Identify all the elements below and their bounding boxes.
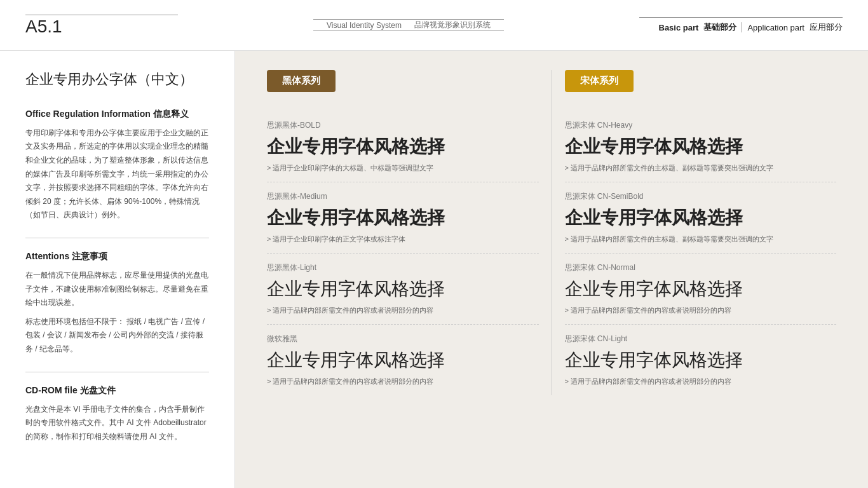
songti-heavy-name: 思源宋体 CN-Heavy xyxy=(565,120,837,131)
songti-light-name: 思源宋体 CN-Light xyxy=(565,334,837,344)
songti-light-usage: > 适用于品牌内部所需文件的内容或者说明部分的内容 xyxy=(565,376,837,387)
heiti-entry-bold: 思源黑体-BOLD 企业专用字体风格选择 > 适用于企业印刷字体的大标题、中标题… xyxy=(267,111,539,182)
heiti-entry-light: 思源黑体-Light 企业专用字体风格选择 > 适用于品牌内部所需文件的内容或者… xyxy=(267,254,539,325)
heiti-bold-demo: 企业专用字体风格选择 xyxy=(267,136,539,158)
songti-normal-name: 思源宋体 CN-Normal xyxy=(565,262,837,273)
heiti-light-usage: > 适用于品牌内部所需文件的内容或者说明部分的内容 xyxy=(267,305,539,316)
heiti-header-row: 黑体系列 xyxy=(267,70,539,105)
songti-entry-normal: 思源宋体 CN-Normal 企业专用字体风格选择 > 适用于品牌内部所需文件的… xyxy=(565,254,837,325)
nav-basic-cn[interactable]: 基础部分 xyxy=(703,22,736,33)
header-titles: Visual Identity System 品牌视觉形象识别系统 xyxy=(327,20,491,30)
songti-normal-usage: > 适用于品牌内部所需文件的内容或者说明部分的内容 xyxy=(565,305,837,316)
songti-entry-semibold: 思源宋体 CN-SemiBold 企业专用字体风格选择 > 适用于品牌内部所需文… xyxy=(565,182,837,254)
songti-normal-demo: 企业专用字体风格选择 xyxy=(565,278,837,300)
section-info-heading: Office Regulation Information 信息释义 xyxy=(25,109,209,120)
section-cd-body: 光盘文件是本 VI 手册电子文件的集合，内含手册制作时的专用软件格式文件。其中 … xyxy=(25,403,209,444)
heiti-weihei-name: 微软雅黑 xyxy=(267,334,539,344)
heiti-weihei-usage: > 适用于品牌内部所需文件的内容或者说明部分的内容 xyxy=(267,376,539,387)
nav-app-en[interactable]: Application part xyxy=(747,23,804,32)
heiti-bold-usage: > 适用于企业印刷字体的大标题、中标题等强调型文字 xyxy=(267,163,539,173)
sidebar-section-cdrom: CD-ROM file 光盘文件 光盘文件是本 VI 手册电子文件的集合，内含手… xyxy=(25,385,209,444)
songti-semibold-usage: > 适用于品牌内部所需文件的主标题、副标题等需要突出强调的文字 xyxy=(565,234,837,245)
sidebar: 企业专用办公字体（中文） Office Regulation Informati… xyxy=(0,51,235,488)
heiti-bold-name: 思源黑体-BOLD xyxy=(267,120,539,131)
heiti-weihei-demo: 企业专用字体风格选择 xyxy=(267,349,539,371)
nav-divider xyxy=(742,22,742,32)
content-area: 黑体系列 思源黑体-BOLD 企业专用字体风格选择 > 适用于企业印刷字体的大标… xyxy=(235,51,868,488)
songti-light-demo: 企业专用字体风格选择 xyxy=(565,349,837,371)
heiti-header: 黑体系列 xyxy=(267,70,336,92)
songti-header-row: 宋体系列 xyxy=(565,70,837,105)
heiti-entry-weihei: 微软雅黑 企业专用字体风格选择 > 适用于品牌内部所需文件的内容或者说明部分的内… xyxy=(267,325,539,395)
header-nav: Basic part 基础部分 Application part 应用部分 xyxy=(639,17,843,33)
songti-entry-light: 思源宋体 CN-Light 企业专用字体风格选择 > 适用于品牌内部所需文件的内… xyxy=(565,325,837,395)
section-att-body1: 在一般情况下使用品牌标志，应尽量使用提供的光盘电子文件，不建议使用标准制图绘制标… xyxy=(25,269,209,310)
songti-entry-heavy: 思源宋体 CN-Heavy 企业专用字体风格选择 > 适用于品牌内部所需文件的主… xyxy=(565,111,837,182)
header-center: Visual Identity System 品牌视觉形象识别系统 xyxy=(313,19,504,31)
main-layout: 企业专用办公字体（中文） Office Regulation Informati… xyxy=(0,51,868,488)
songti-entries: 思源宋体 CN-Heavy 企业专用字体风格选择 > 适用于品牌内部所需文件的主… xyxy=(565,111,837,395)
sidebar-divider-1 xyxy=(25,238,209,238)
sidebar-divider-2 xyxy=(25,372,209,372)
section-att-body2: 标志使用环境包括但不限于： 报纸 / 电视广告 / 宣传 / 包装 / 会议 /… xyxy=(25,315,209,356)
section-cd-heading: CD-ROM file 光盘文件 xyxy=(25,385,209,396)
nav-top-line xyxy=(639,17,843,18)
column-songti: 宋体系列 思源宋体 CN-Heavy 企业专用字体风格选择 > 适用于品牌内部所… xyxy=(552,70,850,395)
page-code: A5.1 xyxy=(25,18,178,36)
header-left: A5.1 xyxy=(25,15,178,36)
vi-system-en-label: Visual Identity System xyxy=(327,21,402,30)
header-top-rule xyxy=(25,15,178,15)
heiti-light-name: 思源黑体-Light xyxy=(267,262,539,273)
section-att-heading: Attentions 注意事项 xyxy=(25,251,209,262)
vi-system-cn-label: 品牌视觉形象识别系统 xyxy=(414,20,491,30)
section-info-body: 专用印刷字体和专用办公字体主要应用于企业文融的正文及实务用品，所选定的字体用以实… xyxy=(25,126,209,222)
font-columns: 黑体系列 思源黑体-BOLD 企业专用字体风格选择 > 适用于企业印刷字体的大标… xyxy=(254,70,849,395)
songti-semibold-demo: 企业专用字体风格选择 xyxy=(565,207,837,229)
header-center-bottom-line xyxy=(313,30,504,31)
heiti-light-demo: 企业专用字体风格选择 xyxy=(267,278,539,300)
heiti-medium-name: 思源黑体-Medium xyxy=(267,191,539,202)
column-heiti: 黑体系列 思源黑体-BOLD 企业专用字体风格选择 > 适用于企业印刷字体的大标… xyxy=(254,70,552,395)
heiti-entries: 思源黑体-BOLD 企业专用字体风格选择 > 适用于企业印刷字体的大标题、中标题… xyxy=(267,111,539,395)
nav-basic-en[interactable]: Basic part xyxy=(659,23,699,32)
songti-semibold-name: 思源宋体 CN-SemiBold xyxy=(565,191,837,202)
heiti-entry-medium: 思源黑体-Medium 企业专用字体风格选择 > 适用于企业印刷字体的正文字体或… xyxy=(267,182,539,254)
sidebar-title: 企业专用办公字体（中文） xyxy=(25,70,209,90)
heiti-medium-demo: 企业专用字体风格选择 xyxy=(267,207,539,229)
sidebar-section-attentions: Attentions 注意事项 在一般情况下使用品牌标志，应尽量使用提供的光盘电… xyxy=(25,251,209,356)
page-header: A5.1 Visual Identity System 品牌视觉形象识别系统 B… xyxy=(0,0,868,51)
songti-header: 宋体系列 xyxy=(565,70,634,92)
songti-heavy-usage: > 适用于品牌内部所需文件的主标题、副标题等需要突出强调的文字 xyxy=(565,163,837,173)
heiti-medium-usage: > 适用于企业印刷字体的正文字体或标注字体 xyxy=(267,234,539,245)
nav-app-cn[interactable]: 应用部分 xyxy=(810,22,843,33)
songti-heavy-demo: 企业专用字体风格选择 xyxy=(565,136,837,158)
sidebar-section-info: Office Regulation Information 信息释义 专用印刷字… xyxy=(25,109,209,222)
